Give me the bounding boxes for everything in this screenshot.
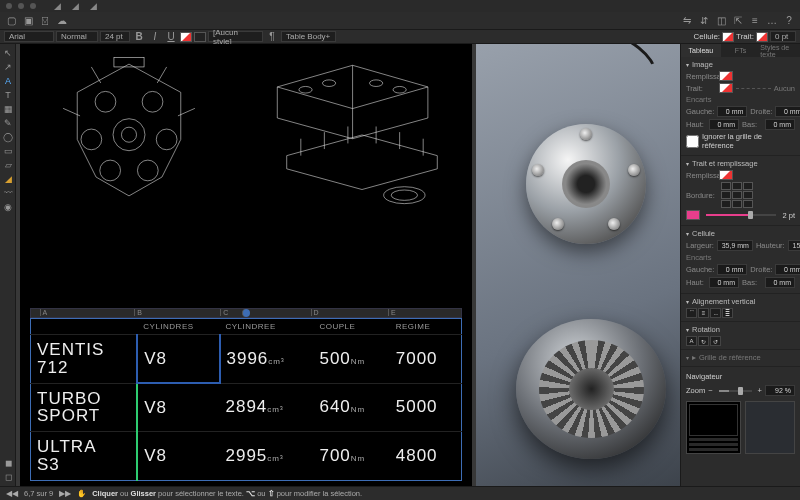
cell-inset-top[interactable] xyxy=(709,277,739,288)
text-bg-swatch[interactable] xyxy=(194,32,206,42)
cloud-icon[interactable]: ☁ xyxy=(55,14,69,28)
row-name[interactable]: ULTRAS3 xyxy=(31,432,138,481)
traffic-yellow[interactable] xyxy=(18,3,24,9)
flip-v-icon[interactable]: ⇵ xyxy=(697,14,711,28)
cell[interactable]: 4800 xyxy=(390,432,462,481)
table-frame[interactable]: A B C D E CYLINDRES CYLINDREE COUPLE REG… xyxy=(20,304,472,486)
stroke-color-swatch[interactable] xyxy=(686,210,700,220)
cell-selected[interactable]: V8 xyxy=(137,334,219,383)
text-tool-icon[interactable]: A xyxy=(2,75,14,87)
zoom-out-icon[interactable]: − xyxy=(708,386,712,395)
cell[interactable]: 700Nm xyxy=(313,432,389,481)
char-style-field[interactable]: [Aucun style] xyxy=(208,31,263,42)
table-row[interactable]: VENTIS712 V8 3996cm³ 500Nm 7000 xyxy=(31,334,462,383)
next-page-icon[interactable]: ▶▶ xyxy=(59,489,71,498)
fg-color-swatch[interactable]: ◼ xyxy=(2,457,14,469)
table-row[interactable]: ULTRAS3 V8 2995cm³ 700Nm 4800 xyxy=(31,432,462,481)
stroke-swatch[interactable] xyxy=(719,83,733,93)
fill-swatch[interactable] xyxy=(719,71,733,81)
table-tool-icon[interactable]: ▦ xyxy=(2,103,14,115)
cell[interactable]: 2995cm³ xyxy=(220,432,314,481)
nav-thumb-right[interactable] xyxy=(745,401,796,454)
section-header[interactable]: Cellule xyxy=(686,229,795,238)
color-picker-icon[interactable]: ◉ xyxy=(2,201,14,213)
cell[interactable]: 2894cm³ xyxy=(220,383,314,432)
vector-brush-icon[interactable]: 〰 xyxy=(2,187,14,199)
col-d[interactable]: D xyxy=(311,309,319,316)
cell[interactable]: V8 xyxy=(137,383,219,432)
flip-h-icon[interactable]: ⇋ xyxy=(680,14,694,28)
traffic-green[interactable] xyxy=(30,3,36,9)
tab-fts[interactable]: FTs xyxy=(721,44,761,57)
tab-styles[interactable]: Styles de texte xyxy=(760,44,800,57)
col-a[interactable]: A xyxy=(40,309,48,316)
save-icon[interactable]: ⍌ xyxy=(38,14,52,28)
valign-buttons[interactable]: ⎴≡⎵≣ xyxy=(686,308,795,318)
file-icon[interactable]: ▢ xyxy=(4,14,18,28)
italic-icon[interactable]: I xyxy=(148,30,162,44)
stroke-slider[interactable] xyxy=(706,214,776,216)
zoom-in-icon[interactable]: + xyxy=(758,386,762,395)
traffic-red[interactable] xyxy=(6,3,12,9)
picture-frame-icon[interactable]: ▱ xyxy=(2,159,14,171)
pen-tool-icon[interactable]: ✎ xyxy=(2,117,14,129)
font-style-field[interactable]: Normal xyxy=(56,31,98,42)
section-header[interactable]: Image xyxy=(686,60,795,69)
font-field[interactable]: Arial xyxy=(4,31,54,42)
zoom-slider[interactable] xyxy=(719,390,752,392)
stroke-width-field[interactable]: 0 pt xyxy=(770,31,796,42)
underline-icon[interactable]: U xyxy=(164,30,178,44)
open-icon[interactable]: ▣ xyxy=(21,14,35,28)
row-name[interactable]: TURBOSPORT xyxy=(31,383,138,432)
col-c[interactable]: C xyxy=(220,309,228,316)
node-tool-icon[interactable]: ↗ xyxy=(2,61,14,73)
prev-page-icon[interactable]: ◀◀ xyxy=(6,489,18,498)
ignore-grid-checkbox[interactable] xyxy=(686,135,699,148)
photo-icon[interactable]: ◢ xyxy=(68,1,82,11)
link-icon[interactable]: ⇱ xyxy=(731,14,745,28)
rect-tool-icon[interactable]: ▭ xyxy=(2,145,14,157)
cell-width-field[interactable] xyxy=(717,240,753,251)
fill-swatch[interactable] xyxy=(719,170,733,180)
cell[interactable]: V8 xyxy=(137,432,219,481)
table-handle-icon[interactable] xyxy=(242,309,250,317)
section-header[interactable]: Trait et remplissage xyxy=(686,159,795,168)
section-header[interactable]: Alignement vertical xyxy=(686,297,795,306)
shape-tool-icon[interactable]: ◯ xyxy=(2,131,14,143)
move-tool-icon[interactable]: ↖ xyxy=(2,47,14,59)
nav-thumb-left[interactable] xyxy=(686,401,741,454)
inset-top-field[interactable] xyxy=(709,119,739,130)
cell[interactable]: 640Nm xyxy=(313,383,389,432)
cell-inset-left[interactable] xyxy=(717,264,747,275)
cell-inset-bottom[interactable] xyxy=(765,277,795,288)
row-name[interactable]: VENTIS712 xyxy=(31,334,138,383)
table-row[interactable]: TURBOSPORT V8 2894cm³ 640Nm 5000 xyxy=(31,383,462,432)
inset-bottom-field[interactable] xyxy=(765,119,795,130)
col-e[interactable]: E xyxy=(388,309,396,316)
help-icon[interactable]: ? xyxy=(782,14,796,28)
inset-right-field[interactable] xyxy=(775,106,800,117)
publisher-icon[interactable]: ◢ xyxy=(86,1,100,11)
section-header[interactable]: ▸ Grille de référence xyxy=(686,353,795,362)
zoom-field[interactable] xyxy=(765,385,795,396)
specs-table[interactable]: CYLINDRES CYLINDREE COUPLE REGIME VENTIS… xyxy=(30,318,462,481)
text-fill-swatch[interactable] xyxy=(180,32,192,42)
align-icon[interactable]: ≡ xyxy=(748,14,762,28)
cell[interactable]: 5000 xyxy=(390,383,462,432)
hand-icon[interactable]: ✋ xyxy=(77,489,86,498)
more-icon[interactable]: … xyxy=(765,14,779,28)
border-grid[interactable] xyxy=(721,182,753,208)
cell[interactable]: 500Nm xyxy=(313,334,389,383)
stroke-swatch[interactable] xyxy=(756,32,768,42)
frame-text-tool-icon[interactable]: T xyxy=(2,89,14,101)
table-col-ruler[interactable]: A B C D E xyxy=(30,308,462,318)
section-header[interactable]: Rotation xyxy=(686,325,795,334)
cell[interactable]: 7000 xyxy=(390,334,462,383)
crop-icon[interactable]: ◫ xyxy=(714,14,728,28)
bg-color-swatch[interactable]: ◻ xyxy=(2,471,14,483)
canvas-area[interactable]: A B C D E CYLINDRES CYLINDREE COUPLE REG… xyxy=(16,44,680,486)
paragraph-icon[interactable]: ¶ xyxy=(265,30,279,44)
cell-inset-right[interactable] xyxy=(775,264,800,275)
bold-icon[interactable]: B xyxy=(132,30,146,44)
tab-tableau[interactable]: Tableau xyxy=(681,44,721,57)
